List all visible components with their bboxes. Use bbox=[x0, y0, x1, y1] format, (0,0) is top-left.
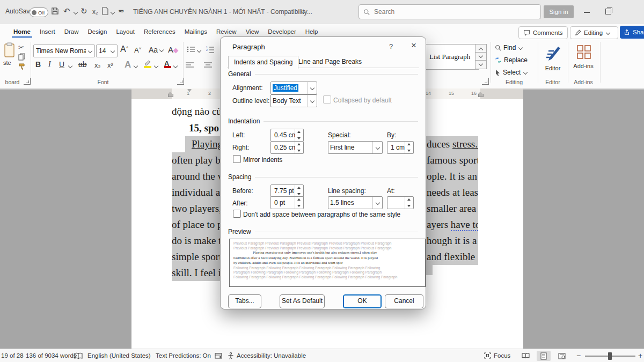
spinner-arrows[interactable] bbox=[295, 185, 303, 197]
share-button[interactable]: Share bbox=[620, 26, 644, 39]
accessibility-status[interactable]: Accessibility: Unavailable bbox=[237, 352, 306, 359]
doc-text-line-selected[interactable]: hough it is a bbox=[425, 233, 478, 249]
line-spacing-select[interactable]: 1.5 lines bbox=[328, 196, 383, 209]
chevron-down-icon[interactable] bbox=[307, 95, 317, 107]
numbered-list-icon[interactable]: 12 bbox=[206, 46, 215, 55]
italic-button[interactable]: I bbox=[48, 60, 51, 69]
spacing-before-spinner[interactable]: 7.75 pt bbox=[270, 184, 304, 197]
zoom-out-button[interactable]: − bbox=[576, 351, 581, 360]
doc-text-line-selected[interactable]: two players, bbox=[172, 201, 220, 217]
replace-button[interactable]: Replace bbox=[495, 56, 528, 64]
grow-font-button[interactable]: A˄ bbox=[120, 45, 128, 54]
doc-text-line-selected[interactable]: needs at least bbox=[425, 184, 478, 201]
undo-icon[interactable]: ↶ bbox=[63, 6, 70, 16]
spinner-arrows[interactable] bbox=[295, 129, 303, 141]
add-ins-button-label[interactable]: Add-ins bbox=[568, 63, 599, 69]
paste-dropdown-icon[interactable] bbox=[110, 10, 115, 15]
chevron-down-icon[interactable] bbox=[372, 197, 382, 209]
style-gallery-more-button[interactable] bbox=[475, 60, 487, 69]
align-center-icon[interactable] bbox=[204, 62, 213, 70]
font-family-combo[interactable]: Times New Roman bbox=[33, 45, 95, 57]
align-left-icon[interactable] bbox=[186, 62, 194, 70]
autosave-toggle[interactable]: Off bbox=[30, 8, 48, 17]
strikethrough-button[interactable]: ab bbox=[78, 60, 87, 69]
doc-text-line-selected[interactable]: individual ar bbox=[172, 184, 220, 201]
doc-text-line-selected[interactable]: duces stress.I bbox=[425, 136, 478, 152]
by-spinner[interactable]: 1 cm bbox=[387, 141, 414, 154]
font-size-combo[interactable]: 14 bbox=[96, 45, 118, 57]
spinner-arrows[interactable] bbox=[405, 142, 413, 153]
tabs-button[interactable]: Tabs... bbox=[228, 294, 261, 308]
text-effects-button[interactable]: A bbox=[125, 60, 131, 70]
indent-left-spinner[interactable]: 0.45 cm bbox=[270, 129, 304, 142]
comments-button[interactable]: Comments bbox=[518, 26, 568, 39]
tab-layout[interactable]: Layout bbox=[114, 26, 136, 38]
highlight-button[interactable] bbox=[144, 60, 151, 67]
cancel-button[interactable]: Cancel bbox=[385, 294, 423, 308]
text-effects-dropdown-icon[interactable] bbox=[133, 64, 138, 69]
spinner-arrows[interactable] bbox=[405, 197, 413, 209]
doc-text-line-selected[interactable]: Playing bbox=[185, 136, 220, 152]
text-predictions-indicator[interactable]: Text Predictions: On bbox=[156, 352, 211, 359]
outline-level-select[interactable]: Body Text bbox=[270, 94, 317, 107]
zoom-in-button[interactable]: + bbox=[638, 351, 642, 360]
bullet-dropdown-icon[interactable] bbox=[196, 48, 201, 53]
spacing-after-spinner[interactable]: 0 pt bbox=[270, 196, 304, 209]
bullet-list-icon[interactable] bbox=[187, 46, 195, 55]
right-indent-marker[interactable] bbox=[478, 94, 484, 97]
word-count[interactable]: 136 of 9034 words bbox=[26, 352, 77, 359]
clear-formatting-button[interactable]: A bbox=[168, 45, 178, 54]
doc-text-line-selected[interactable]: famous sport bbox=[425, 152, 478, 168]
focus-icon[interactable] bbox=[484, 352, 491, 360]
doc-text-line-selected[interactable]: skill. I feel it bbox=[172, 265, 220, 281]
format-painter-icon[interactable] bbox=[18, 63, 26, 72]
doc-text-line-selected[interactable]: smaller area bbox=[425, 201, 478, 217]
at-spinner[interactable] bbox=[387, 196, 414, 209]
copy-icon[interactable] bbox=[18, 53, 25, 62]
doc-text-line-selected[interactable]: often play b bbox=[172, 152, 220, 168]
underline-dropdown-icon[interactable] bbox=[68, 64, 72, 69]
page-indicator[interactable]: 19 of 28 bbox=[1, 352, 24, 359]
doc-text-line-selected[interactable]: and flexible bbox=[425, 249, 478, 265]
font-color-dropdown-icon[interactable] bbox=[173, 64, 178, 69]
select-button[interactable]: Select bbox=[495, 69, 528, 76]
tab-line-and-page-breaks[interactable]: Line and Page Breaks bbox=[293, 56, 367, 68]
search-input[interactable] bbox=[373, 8, 536, 16]
font-color-button[interactable]: A bbox=[164, 60, 169, 68]
underline-button[interactable]: U bbox=[59, 60, 64, 69]
no-space-same-style-checkbox[interactable] bbox=[233, 210, 241, 218]
bold-button[interactable]: B bbox=[35, 60, 41, 69]
read-mode-button[interactable] bbox=[518, 351, 532, 361]
focus-label[interactable]: Focus bbox=[494, 352, 510, 359]
superscript-button[interactable]: x² bbox=[107, 61, 113, 69]
spinner-arrows[interactable] bbox=[295, 197, 303, 209]
chevron-down-icon[interactable] bbox=[307, 82, 317, 94]
ok-button[interactable]: OK bbox=[343, 294, 382, 308]
special-select[interactable]: First line bbox=[328, 141, 383, 154]
doc-text-line-selected[interactable]: ople. It is an bbox=[425, 168, 478, 184]
accessibility-icon[interactable] bbox=[228, 352, 234, 360]
macro-record-icon[interactable] bbox=[215, 353, 222, 360]
paragraph-dialog[interactable]: Paragraph ? × Indents and Spacing Line a… bbox=[220, 36, 426, 309]
shrink-font-button[interactable]: A˅ bbox=[134, 46, 141, 54]
alignment-select[interactable]: Justified bbox=[270, 82, 317, 94]
print-layout-button[interactable] bbox=[537, 351, 551, 361]
restore-window-icon[interactable] bbox=[605, 9, 611, 14]
styles-dialog-launcher-icon[interactable] bbox=[482, 78, 489, 85]
indent-right-spinner[interactable]: 0.25 cm bbox=[270, 141, 304, 154]
tab-insert[interactable]: Insert bbox=[38, 26, 57, 38]
tab-mailings[interactable]: Mailings bbox=[183, 26, 209, 38]
minimize-window-icon[interactable] bbox=[584, 12, 590, 13]
tab-references[interactable]: References bbox=[142, 26, 177, 38]
editor-icon[interactable] bbox=[545, 43, 560, 63]
tab-home[interactable]: Home bbox=[12, 26, 32, 38]
undo-dropdown-icon[interactable] bbox=[73, 10, 78, 15]
doc-text-line-selected[interactable]: of place to p bbox=[172, 217, 220, 233]
tab-draw[interactable]: Draw bbox=[63, 26, 80, 38]
first-line-indent-marker[interactable] bbox=[187, 89, 192, 92]
customize-quick-access-icon[interactable]: ≂ bbox=[118, 6, 125, 15]
clipboard-dialog-launcher-icon[interactable] bbox=[24, 78, 31, 85]
style-gallery-current[interactable]: List Paragraph bbox=[426, 44, 479, 70]
doc-text-line[interactable]: 15, spo bbox=[189, 120, 221, 136]
language-indicator[interactable]: English (United States) bbox=[87, 352, 151, 359]
